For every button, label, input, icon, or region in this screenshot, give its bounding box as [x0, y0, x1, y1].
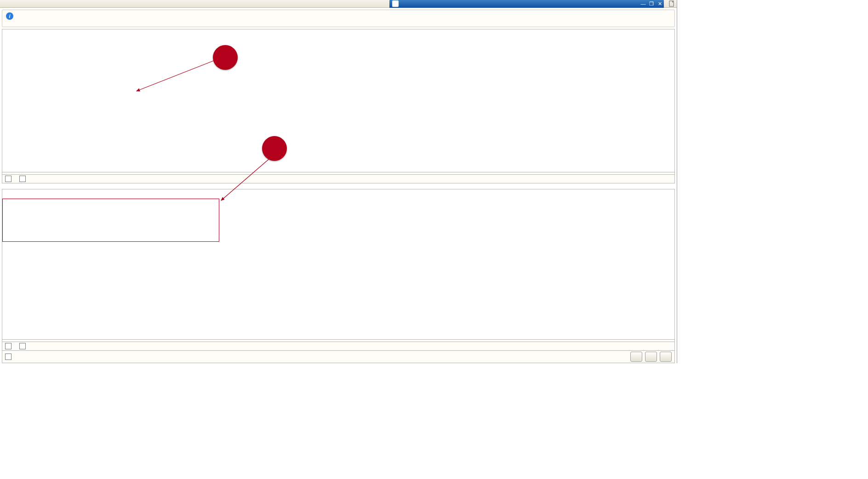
browser-tab: — ❐ ✕: [389, 0, 664, 8]
annotation-badge-11: [213, 45, 238, 70]
refs-filter-row: [2, 342, 675, 351]
cancel-button[interactable]: [645, 352, 657, 362]
annotation-badge-12: [262, 136, 287, 161]
objects-list[interactable]: [2, 29, 674, 172]
info-bar: i: [2, 10, 675, 27]
refs-panel: [2, 189, 675, 340]
delete-button[interactable]: [630, 352, 642, 362]
objects-filter-row: [2, 175, 675, 183]
window: — ❐ ✕ i: [0, 0, 677, 363]
refs-list[interactable]: [2, 189, 674, 339]
app-icon: [392, 0, 399, 7]
show-nondeletable-checkbox[interactable]: [19, 176, 26, 182]
notify-deleted-checkbox[interactable]: [5, 354, 11, 360]
restore-icon[interactable]: ❐: [647, 0, 656, 7]
refs-section-title: [2, 183, 675, 187]
close-icon[interactable]: ✕: [656, 0, 664, 7]
show-nondeletable-refs-checkbox[interactable]: [5, 343, 11, 349]
notify-row: [2, 351, 675, 363]
minimize-icon[interactable]: —: [639, 0, 647, 7]
show-deletable-refs-checkbox[interactable]: [19, 343, 26, 349]
info-icon: i: [6, 12, 13, 20]
show-deletable-checkbox[interactable]: [5, 176, 11, 182]
document-icon[interactable]: [668, 0, 675, 7]
help-button[interactable]: [660, 352, 672, 362]
objects-panel: [2, 29, 675, 172]
